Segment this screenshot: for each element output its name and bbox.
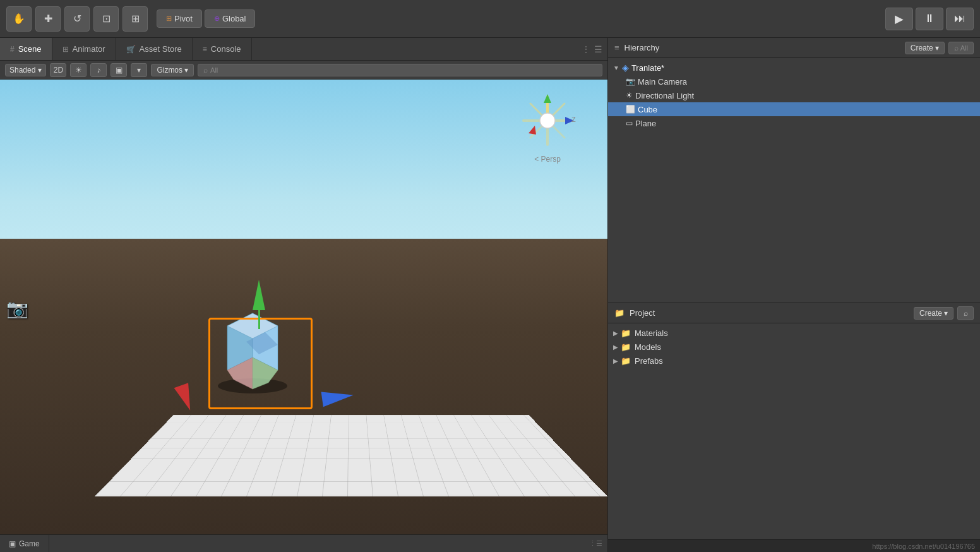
project-create-button[interactable]: Create ▾ [914, 307, 953, 320]
pivot-label: Pivot [174, 14, 193, 23]
scene-area: # Scene ⊞ Animator 🛒 Asset Store ≡ Conso… [0, 38, 607, 552]
bottom-tab-end-controls: ⋮☰ [589, 539, 607, 548]
camera-icon: 📷 [6, 298, 28, 319]
animator-tab-icon: ⊞ [63, 45, 69, 54]
play-button[interactable]: ▶ [885, 8, 913, 30]
hierarchy-search[interactable]: ⌕ All [948, 42, 974, 54]
image-arrow-button[interactable]: ▾ [131, 63, 147, 77]
sun-button[interactable]: ☀ [70, 63, 87, 77]
camera-hier-icon: 📷 [626, 77, 635, 86]
asset-store-tab-icon: 🛒 [126, 45, 136, 54]
scene-viewport[interactable]: 📷 [0, 80, 607, 534]
project-item-models[interactable]: ▶ 📁 Models [608, 340, 980, 354]
arrow-icon: ▾ [137, 66, 141, 75]
grid-lines [95, 415, 607, 496]
scene-search-bar[interactable]: ⌕ All [198, 64, 602, 76]
console-tab-label: Console [211, 44, 241, 54]
hierarchy-create-label: Create [911, 44, 933, 52]
svg-marker-15 [544, 94, 551, 103]
gizmos-button[interactable]: Gizmos ▾ [151, 64, 194, 76]
audio-icon: ♪ [97, 66, 100, 75]
hierarchy-item-directional-light-label: Directional Light [635, 91, 694, 100]
status-url: https://blog.csdn.net/u014196765 [872, 543, 975, 550]
hierarchy-search-placeholder: All [960, 44, 968, 52]
gizmo-compass[interactable]: Z < Persp [513, 89, 582, 184]
project-create-label: Create [919, 309, 942, 318]
hand-tool-button[interactable]: ✋ [6, 6, 32, 32]
pause-button[interactable]: ⏸ [916, 8, 943, 30]
2d-label: 2D [54, 66, 63, 75]
pivot-button[interactable]: ⊞ Pivot [157, 9, 202, 28]
svg-marker-17 [529, 126, 536, 135]
hierarchy-item-main-camera[interactable]: 📷 Main Camera [608, 75, 980, 88]
collapse-icon[interactable]: ⋮☰ [589, 539, 602, 547]
tab-animator[interactable]: ⊞ Animator [52, 38, 116, 60]
gizmo-persp-label[interactable]: < Persp [534, 155, 561, 164]
rotate-tool-button[interactable]: ↺ [64, 6, 90, 32]
search-placeholder: All [210, 66, 218, 74]
unity-logo-icon: ◈ [622, 63, 629, 73]
project-panel-controls: Create ▾ ⌕ [914, 306, 974, 320]
prefabs-expand-icon: ▶ [613, 357, 618, 364]
tab-asset-store[interactable]: 🛒 Asset Store [116, 38, 193, 60]
step-button[interactable]: ⏭ [946, 8, 974, 30]
rect-tool-button[interactable]: ⊡ [93, 6, 119, 32]
svg-text:Z: Z [571, 116, 576, 123]
hierarchy-panel-controls: Create ▾ ⌕ All [905, 42, 974, 54]
hierarchy-content: ▼ ◈ Tranlate* 📷 Main Camera ☀ Directiona… [608, 58, 980, 303]
hierarchy-item-cube[interactable]: ⬜ Cube [608, 102, 980, 116]
transform-tool-button[interactable]: ⊞ [122, 6, 148, 32]
y-axis-arrow [253, 280, 265, 329]
collapse-icon[interactable]: ⋮ [582, 44, 590, 54]
tab-bar: # Scene ⊞ Animator 🛒 Asset Store ≡ Conso… [0, 38, 607, 61]
pivot-global-group: ⊞ Pivot ⊕ Global [157, 9, 255, 28]
global-label: Global [222, 14, 246, 23]
image-button[interactable]: ▣ [111, 63, 127, 77]
models-folder-icon: 📁 [621, 342, 631, 352]
project-search-icon: ⌕ [964, 309, 968, 318]
project-item-models-label: Models [635, 342, 661, 352]
playback-controls: ▶ ⏸ ⏭ [885, 8, 974, 30]
gizmos-label: Gizmos [157, 66, 182, 75]
hierarchy-item-directional-light[interactable]: ☀ Directional Light [608, 88, 980, 102]
gizmos-arrow-icon: ▾ [184, 66, 188, 75]
project-search-button[interactable]: ⌕ [957, 306, 974, 320]
light-hier-icon: ☀ [626, 91, 633, 100]
move-tool-button[interactable]: ✚ [35, 6, 61, 32]
scene-tab-icon: # [10, 45, 15, 54]
tab-scene[interactable]: # Scene [0, 38, 52, 60]
audio-button[interactable]: ♪ [90, 63, 107, 77]
global-button[interactable]: ⊕ Global [205, 9, 256, 28]
project-content: ▶ 📁 Materials ▶ 📁 Models ▶ 📁 Prefabs [608, 323, 980, 539]
shaded-dropdown[interactable]: Shaded ▾ [5, 64, 46, 76]
prefabs-folder-icon: 📁 [621, 356, 631, 366]
tab-console[interactable]: ≡ Console [193, 38, 252, 60]
menu-icon[interactable]: ☰ [594, 44, 602, 54]
tab-game[interactable]: ▣ Game [0, 535, 49, 552]
bottom-tab-bar: ▣ Game ⋮☰ [0, 534, 607, 552]
hierarchy-item-translate-label: Tranlate* [631, 63, 664, 73]
project-panel: 📁 Project Create ▾ ⌕ ▶ 📁 [608, 303, 980, 552]
2d-button[interactable]: 2D [50, 63, 66, 77]
project-item-prefabs-label: Prefabs [635, 356, 663, 366]
hierarchy-item-plane[interactable]: ▭ Plane [608, 116, 980, 130]
console-tab-icon: ≡ [203, 45, 207, 54]
shaded-label: Shaded [9, 66, 35, 75]
hierarchy-item-cube-label: Cube [638, 105, 657, 114]
project-icon: 📁 [614, 308, 624, 318]
tab-end-controls: ⋮ ☰ [582, 38, 607, 60]
hierarchy-item-translate[interactable]: ▼ ◈ Tranlate* [608, 61, 980, 75]
project-header: 📁 Project Create ▾ ⌕ [608, 303, 980, 323]
plane-hier-icon: ▭ [626, 119, 633, 128]
project-create-arrow: ▾ [944, 309, 948, 318]
search-icon: ⌕ [203, 66, 208, 75]
project-item-prefabs[interactable]: ▶ 📁 Prefabs [608, 354, 980, 368]
hierarchy-search-icon: ⌕ [954, 44, 959, 52]
animator-tab-label: Animator [73, 44, 105, 54]
game-tab-label: Game [19, 539, 40, 548]
project-item-materials[interactable]: ▶ 📁 Materials [608, 326, 980, 340]
hierarchy-create-button[interactable]: Create ▾ [905, 42, 945, 54]
main-area: # Scene ⊞ Animator 🛒 Asset Store ≡ Conso… [0, 38, 980, 552]
hierarchy-title: Hierarchy [624, 43, 660, 52]
materials-expand-icon: ▶ [613, 330, 618, 337]
